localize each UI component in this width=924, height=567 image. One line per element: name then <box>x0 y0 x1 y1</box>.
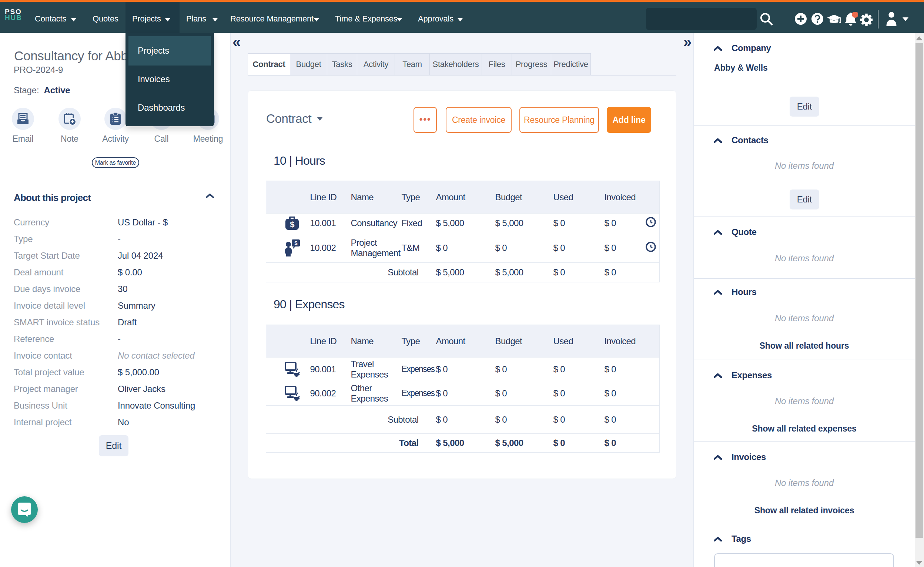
svg-text:$: $ <box>290 220 294 229</box>
svg-text:$: $ <box>294 240 298 246</box>
